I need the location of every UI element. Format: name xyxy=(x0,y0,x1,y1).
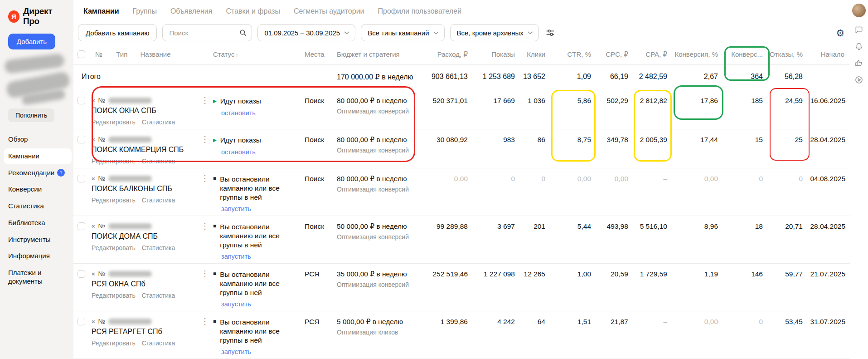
campaign-name[interactable]: РСЯ РЕТАРГЕТ СПб xyxy=(92,328,213,336)
row-menu-icon[interactable]: ⋮ xyxy=(201,95,209,105)
stats-link[interactable]: Статистика xyxy=(142,157,175,165)
column-header-status[interactable]: Статус↑ xyxy=(213,44,305,64)
column-header-spend[interactable]: Расход, ₽ xyxy=(418,44,473,64)
totals-cpa: 2 482,59 xyxy=(634,65,673,90)
row-checkbox[interactable] xyxy=(78,175,85,182)
edit-link[interactable]: Редактировать xyxy=(92,197,136,204)
row-checkbox[interactable] xyxy=(78,222,85,230)
sidebar-item-payments[interactable]: Платежи и документы xyxy=(4,265,72,290)
edit-link[interactable]: Редактировать xyxy=(92,292,136,299)
column-header-cpa[interactable]: CPA, ₽ xyxy=(634,44,673,64)
edit-link[interactable]: Редактировать xyxy=(92,244,136,251)
row-menu-icon[interactable]: ⋮ xyxy=(201,173,209,183)
column-header-name[interactable]: Название xyxy=(140,50,170,58)
status-action-link[interactable]: остановить xyxy=(221,148,305,156)
chat-icon[interactable] xyxy=(854,25,863,34)
topup-button[interactable]: Пополнить xyxy=(8,108,54,122)
strategy-value: Оптимизация конверсий xyxy=(337,281,418,288)
sidebar-item-overview[interactable]: Обзор xyxy=(4,132,72,148)
status-action-link[interactable]: остановить xyxy=(221,109,305,117)
row-checkbox[interactable] xyxy=(78,97,85,104)
column-header-cpc[interactable]: CPC, ₽ xyxy=(596,44,634,64)
tab-profiles[interactable]: Профили пользователей xyxy=(373,5,467,18)
archive-filter-select[interactable]: Все, кроме архивных xyxy=(450,24,539,41)
column-header-bounces[interactable]: Отказы, % xyxy=(768,44,808,64)
row-menu-icon[interactable]: ⋮ xyxy=(201,269,209,279)
row-checkbox[interactable] xyxy=(78,136,85,143)
row-menu-icon[interactable]: ⋮ xyxy=(201,134,209,144)
search-box[interactable] xyxy=(162,24,252,41)
column-header-places[interactable]: Места xyxy=(305,44,337,64)
sidebar-item-label: Платежи и документы xyxy=(8,269,67,286)
tab-groups[interactable]: Группы xyxy=(127,5,162,18)
column-header-impressions[interactable]: Показы xyxy=(473,44,520,64)
stats-link[interactable]: Статистика xyxy=(142,197,175,204)
edit-link[interactable]: Редактировать xyxy=(92,118,136,126)
notification-badge: 1 xyxy=(57,169,65,177)
search-input[interactable] xyxy=(168,29,236,37)
date-range-select[interactable]: 01.09.2025 – 30.09.2025 xyxy=(257,24,355,41)
status-action-link[interactable]: запустить xyxy=(221,348,305,355)
campaign-name[interactable]: ПОИСК БАЛКОНЫ СПБ xyxy=(92,185,213,193)
play-circle-icon[interactable] xyxy=(854,75,863,84)
column-header-number[interactable]: № xyxy=(95,50,102,58)
user-avatar[interactable] xyxy=(852,4,866,17)
column-header-type[interactable]: Тип xyxy=(116,50,127,58)
stats-link[interactable]: Статистика xyxy=(142,339,175,347)
table-row: × № ⋮ ПОИСК БАЛКОНЫ СПБ Редактировать Ст… xyxy=(73,168,850,216)
tab-campaigns[interactable]: Кампании xyxy=(78,5,125,18)
sidebar-item-library[interactable]: Библиотека xyxy=(4,215,72,231)
campaign-type-select[interactable]: Все типы кампаний xyxy=(361,24,444,41)
row-checkbox[interactable] xyxy=(78,318,85,325)
edit-link[interactable]: Редактировать xyxy=(92,157,136,165)
sidebar-item-tools[interactable]: Инструменты xyxy=(4,232,72,248)
sidebar-item-recommendations[interactable]: Рекомендации1 xyxy=(4,165,72,181)
tab-ads[interactable]: Объявления xyxy=(165,5,218,18)
column-header-ctr[interactable]: CTR, % xyxy=(551,44,596,64)
stats-link[interactable]: Статистика xyxy=(142,118,175,126)
tab-segments[interactable]: Сегменты аудитории xyxy=(288,5,370,18)
row-checkbox[interactable] xyxy=(78,270,85,278)
cpa-value: 5 516,10 xyxy=(634,216,673,263)
cpa-value: – xyxy=(634,168,673,216)
campaign-name[interactable]: РСЯ ОКНА СПб xyxy=(92,280,213,288)
campaign-name[interactable]: ПОИСК КОММЕРЦИЯ СПБ xyxy=(92,146,213,154)
campaign-name[interactable]: ПОИСК ДОМА СПБ xyxy=(92,232,213,241)
row-menu-icon[interactable]: ⋮ xyxy=(201,221,209,231)
column-header-conversion-rate[interactable]: Конверсия, % xyxy=(673,44,723,64)
bounces-value: 25 xyxy=(768,129,808,168)
bell-icon[interactable] xyxy=(854,42,863,51)
status-action-link[interactable]: запустить xyxy=(221,253,305,260)
totals-spend: 903 661,13 xyxy=(418,65,473,90)
stats-link[interactable]: Статистика xyxy=(142,292,175,299)
chevron-down-icon xyxy=(528,31,533,34)
thumbs-up-icon[interactable] xyxy=(854,59,863,68)
table-settings-gear-icon[interactable]: ⚙ xyxy=(836,28,844,38)
stats-link[interactable]: Статистика xyxy=(142,244,175,251)
campaign-name[interactable]: ПОИСК ОКНА СПБ xyxy=(92,107,213,115)
conversions-value: 0 xyxy=(723,168,768,216)
select-all-checkbox[interactable] xyxy=(78,50,85,58)
filter-settings-icon[interactable] xyxy=(545,28,555,38)
places-value: Поиск xyxy=(305,168,337,216)
column-header-start[interactable]: Начало xyxy=(808,44,850,64)
sidebar-item-conversions[interactable]: Конверсии xyxy=(4,182,72,197)
strategy-value: Оптимизация конверсий xyxy=(337,147,418,154)
status-action-link[interactable]: запустить xyxy=(221,300,305,308)
status-state-icon: ■ xyxy=(213,318,216,325)
add-campaign-button[interactable]: Добавить кампанию xyxy=(78,24,157,41)
status-action-link[interactable]: запустить xyxy=(221,205,305,212)
sidebar-item-information[interactable]: Информация xyxy=(4,248,72,264)
ctr-value: 5,44 xyxy=(551,216,596,263)
sidebar-item-campaigns[interactable]: Кампании xyxy=(4,148,72,164)
column-header-clicks[interactable]: Клики xyxy=(520,44,551,64)
column-header-conversions[interactable]: Конверс... xyxy=(723,44,768,64)
totals-cpc: 66,19 xyxy=(596,65,634,90)
column-header-budget[interactable]: Бюджет и стратегия xyxy=(337,44,418,64)
edit-link[interactable]: Редактировать xyxy=(92,339,136,347)
status-text: Вы остановили кампанию или все группы в … xyxy=(220,222,294,249)
row-menu-icon[interactable]: ⋮ xyxy=(201,316,209,326)
sidebar-item-statistics[interactable]: Статистика xyxy=(4,198,72,214)
add-button[interactable]: Добавить xyxy=(8,34,55,49)
tab-bids[interactable]: Ставки и фразы xyxy=(220,5,285,18)
